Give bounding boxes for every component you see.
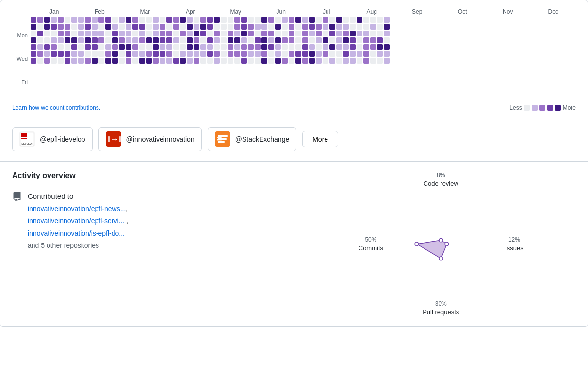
- contribution-cell[interactable]: [228, 31, 233, 36]
- contribution-cell[interactable]: [78, 17, 84, 23]
- contribution-cell[interactable]: [112, 31, 118, 36]
- contribution-cell[interactable]: [261, 24, 267, 30]
- contribution-cell[interactable]: [329, 31, 335, 36]
- org-badge-ii[interactable]: i→i @innovativeinnovation: [98, 127, 202, 151]
- contribution-cell[interactable]: [221, 17, 227, 23]
- contribution-cell[interactable]: [207, 58, 213, 64]
- contribution-cell[interactable]: [363, 58, 369, 64]
- contribution-cell[interactable]: [207, 37, 213, 43]
- contribution-cell[interactable]: [132, 58, 138, 64]
- contribution-cell[interactable]: [228, 17, 233, 23]
- contribution-cell[interactable]: [58, 44, 64, 50]
- contribution-cell[interactable]: [295, 44, 301, 50]
- contribution-cell[interactable]: [377, 31, 383, 36]
- contribution-cell[interactable]: [51, 51, 57, 57]
- contribution-cell[interactable]: [98, 37, 104, 43]
- contribution-cell[interactable]: [343, 17, 349, 23]
- contribution-cell[interactable]: [51, 58, 57, 64]
- contribution-cell[interactable]: [221, 51, 227, 57]
- contribution-cell[interactable]: [234, 24, 240, 30]
- contribution-cell[interactable]: [302, 31, 308, 36]
- contribution-cell[interactable]: [248, 37, 254, 43]
- contribution-cell[interactable]: [295, 37, 301, 43]
- contribution-cell[interactable]: [329, 51, 335, 57]
- contribution-cell[interactable]: [363, 37, 369, 43]
- contribution-cell[interactable]: [384, 58, 390, 64]
- contribution-cell[interactable]: [44, 31, 50, 36]
- contribution-cell[interactable]: [37, 24, 43, 30]
- contribution-cell[interactable]: [384, 24, 390, 30]
- contribution-cell[interactable]: [282, 37, 288, 43]
- contribution-cell[interactable]: [194, 44, 199, 50]
- contribution-cell[interactable]: [316, 24, 322, 30]
- contribution-cell[interactable]: [37, 31, 43, 36]
- contribution-cell[interactable]: [160, 17, 165, 23]
- contribution-cell[interactable]: [58, 51, 64, 57]
- contribution-cell[interactable]: [166, 24, 172, 30]
- contribution-cell[interactable]: [343, 37, 349, 43]
- contribution-cell[interactable]: [350, 44, 356, 50]
- contribution-cell[interactable]: [370, 31, 376, 36]
- contribution-cell[interactable]: [323, 44, 328, 50]
- contribution-cell[interactable]: [37, 37, 43, 43]
- contribution-cell[interactable]: [44, 37, 50, 43]
- contribution-cell[interactable]: [180, 44, 186, 50]
- contribution-cell[interactable]: [65, 17, 70, 23]
- contribution-cell[interactable]: [302, 44, 308, 50]
- contribution-cell[interactable]: [139, 17, 145, 23]
- contribution-cell[interactable]: [65, 44, 70, 50]
- contribution-cell[interactable]: [71, 24, 77, 30]
- contribution-cell[interactable]: [166, 58, 172, 64]
- contribution-cell[interactable]: [194, 37, 199, 43]
- contribution-cell[interactable]: [336, 24, 342, 30]
- contribution-cell[interactable]: [323, 24, 328, 30]
- contribution-cell[interactable]: [343, 44, 349, 50]
- contribution-cell[interactable]: [363, 44, 369, 50]
- contribution-cell[interactable]: [31, 58, 36, 64]
- contribution-cell[interactable]: [316, 44, 322, 50]
- contribution-cell[interactable]: [275, 24, 281, 30]
- contribution-cell[interactable]: [98, 51, 104, 57]
- contribution-cell[interactable]: [31, 37, 36, 43]
- contribution-cell[interactable]: [51, 17, 57, 23]
- contribution-cell[interactable]: [194, 31, 199, 36]
- contribution-cell[interactable]: [363, 17, 369, 23]
- contribution-cell[interactable]: [343, 31, 349, 36]
- contribution-cell[interactable]: [309, 51, 315, 57]
- contribution-cell[interactable]: [343, 58, 349, 64]
- contrib-learn-link[interactable]: Learn how we count contributions.: [12, 104, 100, 111]
- contribution-cell[interactable]: [78, 24, 84, 30]
- contribution-cell[interactable]: [309, 44, 315, 50]
- contribution-cell[interactable]: [105, 44, 111, 50]
- contribution-cell[interactable]: [105, 51, 111, 57]
- contribution-cell[interactable]: [85, 51, 91, 57]
- contribution-cell[interactable]: [302, 58, 308, 64]
- contribution-cell[interactable]: [51, 31, 57, 36]
- contribution-cell[interactable]: [350, 58, 356, 64]
- contribution-cell[interactable]: [132, 31, 138, 36]
- contribution-cell[interactable]: [71, 51, 77, 57]
- contribution-cell[interactable]: [160, 24, 165, 30]
- contribution-cell[interactable]: [78, 31, 84, 36]
- contribution-cell[interactable]: [71, 31, 77, 36]
- contribution-cell[interactable]: [282, 31, 288, 36]
- contribution-cell[interactable]: [166, 51, 172, 57]
- contribution-cell[interactable]: [261, 51, 267, 57]
- contribution-cell[interactable]: [139, 58, 145, 64]
- contribution-cell[interactable]: [166, 17, 172, 23]
- contribution-cell[interactable]: [119, 44, 125, 50]
- contribution-cell[interactable]: [268, 58, 274, 64]
- contribution-cell[interactable]: [31, 24, 36, 30]
- contribution-cell[interactable]: [261, 58, 267, 64]
- contribution-cell[interactable]: [85, 17, 91, 23]
- contribution-cell[interactable]: [370, 37, 376, 43]
- contribution-cell[interactable]: [377, 24, 383, 30]
- contribution-cell[interactable]: [282, 58, 288, 64]
- contribution-cell[interactable]: [139, 44, 145, 50]
- contribution-cell[interactable]: [350, 31, 356, 36]
- contribution-cell[interactable]: [377, 44, 383, 50]
- contribution-cell[interactable]: [92, 24, 98, 30]
- contribution-cell[interactable]: [146, 44, 152, 50]
- contribution-cell[interactable]: [200, 37, 206, 43]
- org-badge-se[interactable]: ≡ @StackExchange: [208, 127, 297, 151]
